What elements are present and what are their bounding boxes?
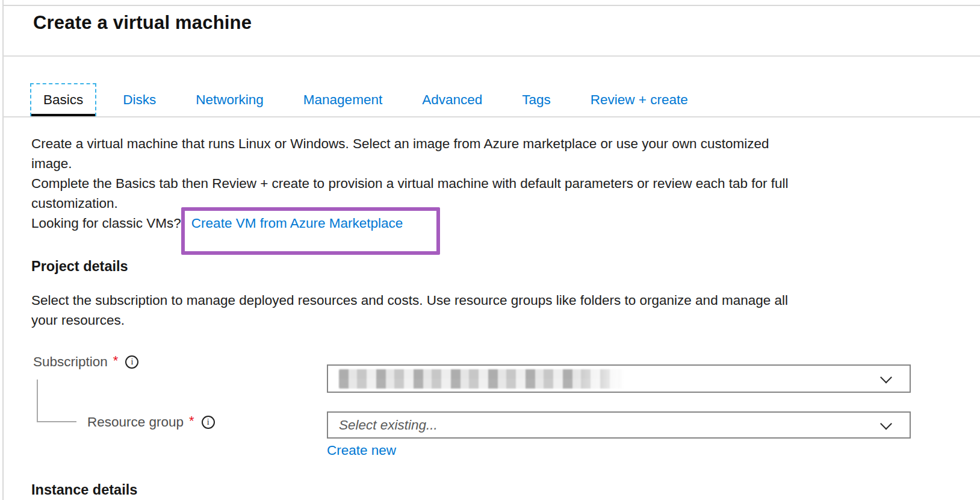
intro-text: Create a virtual machine that runs Linux… bbox=[31, 134, 922, 233]
create-vm-page: Create a virtual machine Basics Disks Ne… bbox=[0, 0, 980, 500]
subscription-label: Subscription bbox=[33, 354, 108, 370]
classic-vm-prompt: Looking for classic VMs? bbox=[31, 213, 181, 233]
marketplace-link-wrap: Create VM from Azure Marketplace bbox=[191, 213, 403, 233]
panel-top-border bbox=[2, 5, 980, 6]
required-asterisk: * bbox=[189, 413, 194, 429]
resource-group-input[interactable] bbox=[339, 413, 910, 437]
subscription-value-redacted bbox=[339, 369, 627, 389]
resource-group-label-row: Resource group * i bbox=[87, 414, 215, 430]
description-line: Select the subscription to manage deploy… bbox=[31, 290, 788, 310]
create-new-link[interactable]: Create new bbox=[327, 443, 396, 458]
classic-vm-line: Looking for classic VMs? Create VM from … bbox=[31, 213, 922, 233]
tab-disks[interactable]: Disks bbox=[111, 83, 168, 116]
annotation-highlight-box bbox=[181, 207, 440, 255]
intro-line: Create a virtual machine that runs Linux… bbox=[31, 134, 922, 154]
tree-connector-horizontal bbox=[37, 421, 76, 422]
tab-networking[interactable]: Networking bbox=[184, 83, 276, 116]
tab-tags[interactable]: Tags bbox=[510, 83, 563, 116]
tab-basics[interactable]: Basics bbox=[30, 83, 96, 116]
required-asterisk: * bbox=[113, 353, 119, 369]
chevron-down-icon bbox=[880, 371, 892, 383]
info-icon[interactable]: i bbox=[202, 416, 215, 429]
info-icon[interactable]: i bbox=[125, 355, 138, 369]
project-details-heading: Project details bbox=[31, 258, 128, 275]
subscription-dropdown[interactable] bbox=[327, 364, 911, 393]
tabs-divider bbox=[3, 116, 980, 117]
resource-group-label: Resource group bbox=[87, 414, 184, 430]
page-title: Create a virtual machine bbox=[33, 12, 252, 34]
resource-group-dropdown[interactable] bbox=[327, 411, 911, 439]
tab-bar: Basics Disks Networking Management Advan… bbox=[30, 83, 716, 116]
panel-left-border bbox=[2, 0, 4, 500]
subscription-label-row: Subscription * i bbox=[33, 354, 138, 370]
header-divider bbox=[3, 55, 980, 57]
tree-connector-vertical bbox=[37, 380, 38, 422]
instance-details-heading: Instance details bbox=[31, 482, 137, 498]
tab-management[interactable]: Management bbox=[291, 83, 394, 116]
tab-review-create[interactable]: Review + create bbox=[578, 83, 700, 116]
tab-advanced[interactable]: Advanced bbox=[410, 83, 494, 116]
description-line: your resources. bbox=[31, 310, 788, 330]
intro-line: customization. bbox=[31, 193, 922, 213]
project-details-description: Select the subscription to manage deploy… bbox=[31, 290, 788, 330]
intro-line: Complete the Basics tab then Review + cr… bbox=[31, 173, 922, 193]
intro-line: image. bbox=[31, 154, 922, 173]
create-vm-marketplace-link[interactable]: Create VM from Azure Marketplace bbox=[191, 216, 403, 231]
